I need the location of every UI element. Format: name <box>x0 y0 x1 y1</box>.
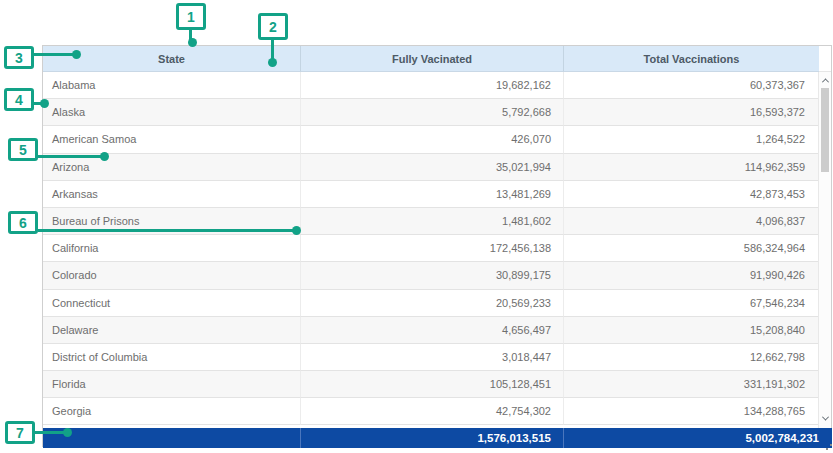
callout-2-badge: 2 <box>258 13 288 40</box>
state-cell: District of Columbia <box>43 344 301 371</box>
column-header-state[interactable]: State <box>43 46 301 72</box>
callout-2-leader-line <box>271 40 274 60</box>
total-vaccinations-cell: 586,324,964 <box>564 235 818 262</box>
table-row[interactable]: Connecticut 20,569,233 67,546,234 <box>43 290 818 317</box>
state-cell: Alabama <box>43 72 301 99</box>
state-cell: Colorado <box>43 262 301 289</box>
resize-grip-icon[interactable] <box>822 443 833 453</box>
table-row[interactable]: Alaska 5,792,668 16,593,372 <box>43 99 818 126</box>
state-cell: Delaware <box>43 317 301 344</box>
state-cell: American Samoa <box>43 126 301 153</box>
callout-7-dot <box>63 428 72 437</box>
column-header-total-vaccinations[interactable]: Total Vaccinations <box>564 46 819 72</box>
totals-total-vaccinations: 5,002,784,231 <box>564 428 832 448</box>
table-row[interactable]: Colorado 30,899,175 91,990,426 <box>43 262 818 289</box>
callout-3-leader-line <box>34 53 73 56</box>
callout-6-leader-line <box>38 229 293 232</box>
table-row[interactable]: Florida 105,128,451 331,191,302 <box>43 371 818 398</box>
callout-5-dot <box>100 152 109 161</box>
fully-vacinated-cell: 1,481,602 <box>301 208 564 235</box>
state-cell: Arkansas <box>43 181 301 208</box>
table-row[interactable]: Alabama 19,682,162 60,373,367 <box>43 72 818 99</box>
state-cell: California <box>43 235 301 262</box>
total-vaccinations-cell: 4,096,837 <box>564 208 818 235</box>
table-row[interactable]: Delaware 4,656,497 15,208,840 <box>43 317 818 344</box>
callout-2-dot <box>268 58 277 67</box>
total-vaccinations-cell: 91,990,426 <box>564 262 818 289</box>
vertical-scrollbar[interactable] <box>818 72 831 428</box>
fully-vacinated-cell: 35,021,994 <box>301 154 564 181</box>
fully-vacinated-cell: 105,128,451 <box>301 371 564 398</box>
total-vaccinations-cell: 12,662,798 <box>564 344 818 371</box>
callout-6-badge: 6 <box>8 211 38 234</box>
state-cell: Connecticut <box>43 290 301 317</box>
total-vaccinations-cell: 60,373,367 <box>564 72 818 99</box>
totals-state-cell <box>43 428 301 448</box>
callout-1-badge: 1 <box>176 3 206 30</box>
total-vaccinations-cell: 67,546,234 <box>564 290 818 317</box>
table-row[interactable]: California 172,456,138 586,324,964 <box>43 235 818 262</box>
header-scrollbar-corner <box>819 46 831 72</box>
fully-vacinated-cell: 42,754,302 <box>301 398 564 425</box>
table-row[interactable]: District of Columbia 3,018,447 12,662,79… <box>43 344 818 371</box>
callout-1-dot <box>188 38 197 47</box>
fully-vacinated-cell: 30,899,175 <box>301 262 564 289</box>
scrollbar-thumb[interactable] <box>821 88 829 172</box>
callout-4-badge: 4 <box>4 88 34 111</box>
table-row[interactable]: Georgia 42,754,302 134,288,765 <box>43 398 818 425</box>
fully-vacinated-cell: 4,656,497 <box>301 317 564 344</box>
dashboard-table-screen: State Fully Vacinated Total Vaccinations… <box>0 0 833 453</box>
fully-vacinated-cell: 20,569,233 <box>301 290 564 317</box>
total-vaccinations-cell: 114,962,359 <box>564 154 818 181</box>
scroll-up-button[interactable] <box>819 74 831 86</box>
state-cell: Florida <box>43 371 301 398</box>
chevron-down-icon <box>821 413 828 420</box>
scroll-down-button[interactable] <box>819 412 831 424</box>
column-header-fully-vacinated[interactable]: Fully Vacinated <box>301 46 564 72</box>
callout-7-badge: 7 <box>5 421 35 444</box>
fully-vacinated-cell: 426,070 <box>301 126 564 153</box>
total-vaccinations-cell: 134,288,765 <box>564 398 818 425</box>
fully-vacinated-cell: 172,456,138 <box>301 235 564 262</box>
fully-vacinated-cell: 3,018,447 <box>301 344 564 371</box>
table-row[interactable]: American Samoa 426,070 1,264,522 <box>43 126 818 153</box>
callout-4-dot <box>40 99 49 108</box>
fully-vacinated-cell: 13,481,269 <box>301 181 564 208</box>
total-vaccinations-cell: 42,873,453 <box>564 181 818 208</box>
state-cell: Georgia <box>43 398 301 425</box>
fully-vacinated-cell: 5,792,668 <box>301 99 564 126</box>
fully-vacinated-cell: 19,682,162 <box>301 72 564 99</box>
callout-5-badge: 5 <box>8 138 38 161</box>
total-vaccinations-cell: 16,593,372 <box>564 99 818 126</box>
callout-6-dot <box>292 226 301 235</box>
total-vaccinations-cell: 331,191,302 <box>564 371 818 398</box>
table-row[interactable]: Arkansas 13,481,269 42,873,453 <box>43 181 818 208</box>
table-body: Alabama 19,682,162 60,373,367 Alaska 5,7… <box>43 72 831 428</box>
callout-3-badge: 3 <box>4 46 34 69</box>
vaccination-data-table: State Fully Vacinated Total Vaccinations… <box>42 45 832 447</box>
table-row[interactable]: Arizona 35,021,994 114,962,359 <box>43 154 818 181</box>
total-vaccinations-cell: 1,264,522 <box>564 126 818 153</box>
totals-fully-vacinated: 1,576,013,515 <box>301 428 564 448</box>
state-cell: Alaska <box>43 99 301 126</box>
totals-row: 1,576,013,515 5,002,784,231 <box>43 428 832 448</box>
total-vaccinations-cell: 15,208,840 <box>564 317 818 344</box>
table-header-row: State Fully Vacinated Total Vaccinations <box>43 46 831 72</box>
callout-7-leader-line <box>35 431 65 434</box>
chevron-up-icon <box>821 78 828 85</box>
callout-3-dot <box>72 50 81 59</box>
callout-5-leader-line <box>38 155 102 158</box>
